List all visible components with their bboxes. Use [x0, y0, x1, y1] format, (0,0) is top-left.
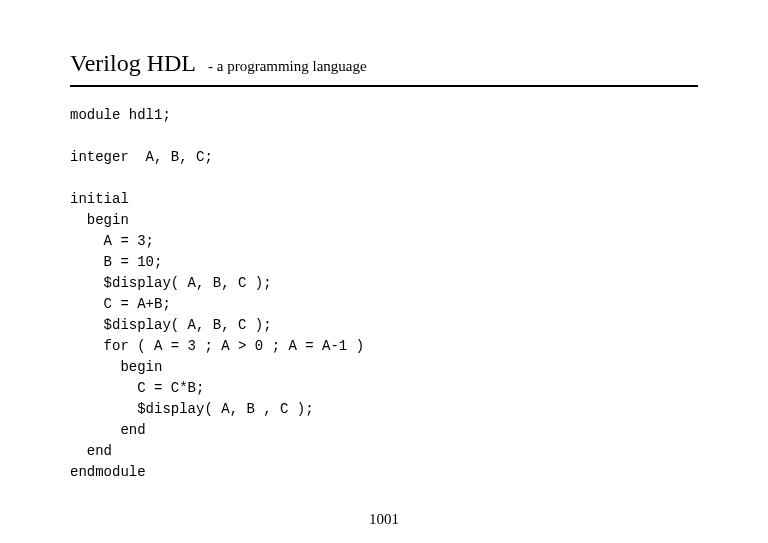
header-divider	[70, 85, 698, 87]
slide-subtitle: - a programming language	[208, 58, 367, 75]
slide-title: Verilog HDL	[70, 50, 196, 77]
slide-header: Verilog HDL - a programming language	[70, 50, 698, 77]
code-block: module hdl1; integer A, B, C; initial be…	[70, 105, 698, 483]
page-number: 1001	[0, 511, 768, 528]
